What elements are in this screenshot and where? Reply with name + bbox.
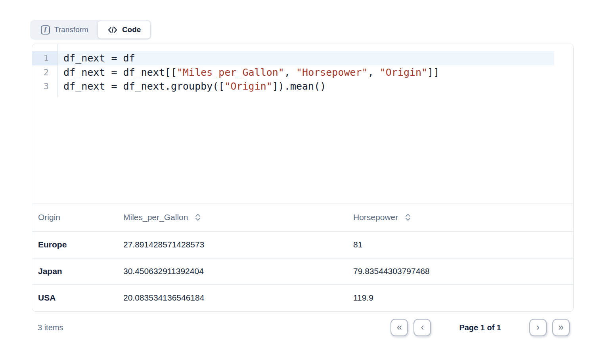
items-count: 3 items	[38, 323, 63, 332]
sort-button[interactable]	[194, 212, 202, 222]
column-header-horsepower: Horsepower	[353, 212, 573, 222]
cell-origin: USA	[32, 293, 123, 303]
next-page-button[interactable]: ›	[529, 319, 547, 336]
previous-page-button[interactable]: ‹	[413, 319, 431, 336]
table-row[interactable]: Europe 27.891428571428573 81	[32, 232, 573, 259]
code-editor[interactable]: 1 df_next = df 2 df_next = df_next[["Mil…	[32, 44, 573, 203]
code-line-content: df_next = df	[57, 51, 573, 65]
cell-origin: Japan	[32, 266, 123, 276]
line-number: 1	[32, 51, 57, 65]
pagination: « ‹ Page 1 of 1 › »	[390, 319, 570, 336]
column-header-origin: Origin	[32, 213, 123, 222]
sort-button[interactable]	[404, 212, 412, 222]
function-icon: ƒ	[41, 25, 50, 34]
page-indicator: Page 1 of 1	[459, 323, 501, 332]
code-line[interactable]: 2 df_next = df_next[["Miles_per_Gallon",…	[32, 65, 573, 80]
gutter-divider	[57, 44, 58, 97]
view-toggle: ƒ Transform Code	[30, 20, 151, 40]
table-footer: 3 items « ‹ Page 1 of 1 › »	[32, 318, 574, 337]
line-number: 3	[32, 79, 57, 94]
line-number: 2	[32, 65, 57, 80]
cell-horsepower: 81	[353, 240, 573, 249]
column-header-miles-per-gallon: Miles_per_Gallon	[123, 212, 353, 222]
chevron-right-icon: ›	[536, 322, 540, 332]
cell-origin: Europe	[32, 240, 123, 249]
cell-horsepower: 119.9	[353, 293, 573, 303]
table-row[interactable]: USA 20.083534136546184 119.9	[32, 285, 573, 311]
sort-icon	[195, 213, 201, 222]
double-chevron-right-icon: »	[558, 322, 563, 332]
tab-code[interactable]: Code	[98, 21, 151, 38]
code-icon	[107, 26, 118, 34]
code-line[interactable]: 3 df_next = df_next.groupby(["Origin"]).…	[32, 79, 573, 94]
first-page-button[interactable]: «	[390, 319, 408, 336]
double-chevron-left-icon: «	[397, 322, 402, 332]
chevron-left-icon: ‹	[421, 322, 424, 332]
main-panel: 1 df_next = df 2 df_next = df_next[["Mil…	[32, 44, 574, 312]
last-page-button[interactable]: »	[552, 319, 570, 336]
code-line-content: df_next = df_next.groupby(["Origin"]).me…	[57, 79, 573, 94]
cell-horsepower: 79.83544303797468	[353, 266, 573, 276]
tab-code-label: Code	[122, 25, 141, 34]
tab-transform[interactable]: ƒ Transform	[31, 21, 98, 38]
cell-miles-per-gallon: 30.450632911392404	[123, 266, 353, 276]
table-row[interactable]: Japan 30.450632911392404 79.835443037974…	[32, 259, 573, 285]
cell-miles-per-gallon: 27.891428571428573	[123, 240, 353, 249]
tab-transform-label: Transform	[54, 25, 88, 34]
code-line-content: df_next = df_next[["Miles_per_Gallon", "…	[57, 65, 573, 80]
cell-miles-per-gallon: 20.083534136546184	[123, 293, 353, 303]
sort-icon	[405, 213, 411, 222]
table-header-row: Origin Miles_per_Gallon Horsepower	[32, 203, 573, 232]
code-line[interactable]: 1 df_next = df	[32, 51, 573, 65]
